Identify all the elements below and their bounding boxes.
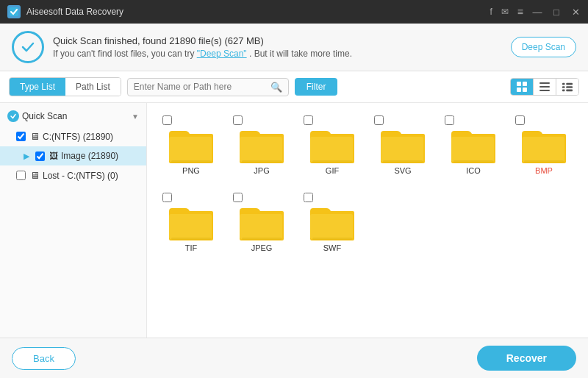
folder-icon-svg [381,126,425,163]
sidebar-lost[interactable]: 🖥 Lost - C:(NTFS) (0) [0,165,146,185]
file-checkbox-gif[interactable] [304,115,313,125]
svg-rect-30 [522,137,564,162]
view-grid-button[interactable] [511,79,533,95]
view-detail-button[interactable] [556,79,578,95]
svg-rect-24 [381,137,423,162]
file-checkbox-svg[interactable] [374,115,384,125]
search-icon[interactable]: 🔍 [270,82,282,93]
back-button[interactable]: Back [12,347,76,370]
file-item-png[interactable]: PNG [159,110,223,180]
svg-rect-13 [566,90,573,92]
svg-rect-28 [453,160,493,163]
toolbar: Type List Path List 🔍 Filter [0,71,588,103]
menu-icon[interactable]: ≡ [517,6,523,18]
file-label-jpg: JPG [254,166,269,175]
file-item-tif[interactable]: TIF [159,188,223,257]
expand-arrow-icon: ▶ [24,151,29,161]
status-sub-suffix: . But it will take more time. [249,49,352,59]
drive-label: C:(NTFS) (21890) [43,132,113,142]
facebook-icon[interactable]: f [490,7,492,17]
file-item-jpg[interactable]: JPG [229,110,294,180]
svg-rect-4 [523,88,527,92]
svg-rect-1 [517,82,521,86]
drive-checkbox[interactable] [16,132,26,141]
list-view-icon [539,82,550,92]
view-toggle-group [510,78,579,96]
app-icon [7,5,21,18]
file-label-tif: TIF [185,243,198,252]
file-checkbox-tif[interactable] [162,193,172,202]
filter-button[interactable]: Filter [295,78,338,96]
svg-rect-12 [562,90,565,92]
svg-rect-7 [539,90,550,91]
file-checkbox-bmp[interactable] [515,115,525,125]
minimize-button[interactable]: — [532,7,542,17]
svg-rect-34 [171,238,211,240]
folder-icon-swf [310,204,354,240]
folder-icon-bmp [522,126,566,163]
status-bar: Quick Scan finished, found 21890 file(s)… [0,24,588,71]
grid-view-icon [517,82,527,92]
sidebar: Quick Scan ▼ 🖥 C:(NTFS) (21890) ▶ 🖼 Imag… [0,103,147,338]
image-checkbox[interactable] [35,151,45,161]
recover-button[interactable]: Recover [477,346,576,371]
file-label-gif: GIF [326,166,339,175]
file-item-svg[interactable]: SVG [370,110,435,180]
folder-icon-gif [310,126,354,163]
file-checkbox-jpeg[interactable] [233,193,243,202]
svg-rect-6 [539,86,550,88]
lost-checkbox[interactable] [16,171,26,180]
svg-rect-16 [171,160,211,163]
file-checkbox-swf[interactable] [304,193,313,202]
file-checkbox-png[interactable] [162,115,172,125]
file-item-gif[interactable]: GIF [300,110,365,180]
lost-icon: 🖥 [30,170,40,181]
file-item-ico[interactable]: ICO [441,110,506,180]
file-item-swf[interactable]: SWF [300,188,365,257]
tab-path-list[interactable]: Path List [65,78,121,96]
status-subtitle: If you can't find lost files, you can tr… [53,49,502,59]
svg-rect-2 [523,82,527,86]
file-item-bmp[interactable]: BMP [512,110,576,180]
deep-scan-link[interactable]: "Deep Scan" [197,49,247,59]
sidebar-image[interactable]: ▶ 🖼 Image (21890) [0,146,146,165]
svg-rect-40 [312,238,352,240]
svg-rect-27 [451,137,494,162]
file-label-png: PNG [182,166,200,175]
folder-icon-ico [451,126,495,163]
svg-rect-33 [169,214,212,239]
folder-icon-png [169,126,213,163]
window-controls: f ✉ ≡ — □ ✕ [490,6,581,18]
drive-icon: 🖥 [30,131,40,142]
status-title: Quick Scan finished, found 21890 file(s)… [53,35,502,46]
tab-group: Type List Path List [9,77,121,96]
svg-rect-8 [562,83,565,85]
file-checkbox-jpg[interactable] [233,115,243,125]
message-icon[interactable]: ✉ [501,7,509,17]
svg-rect-11 [566,86,573,88]
file-item-jpeg[interactable]: JPEG [229,188,294,257]
tab-type-list[interactable]: Type List [10,78,65,96]
file-label-bmp: BMP [535,166,553,175]
lost-label: Lost - C:(NTFS) (0) [43,171,118,181]
svg-rect-3 [517,88,521,92]
file-label-svg: SVG [394,166,411,175]
quick-scan-icon [7,110,19,122]
svg-rect-25 [383,160,423,163]
sidebar-quick-scan[interactable]: Quick Scan ▼ [0,106,146,126]
search-input[interactable] [134,82,270,92]
image-label: Image (21890) [61,151,118,161]
folder-icon-tif [169,204,213,240]
file-checkbox-ico[interactable] [445,115,454,125]
svg-rect-39 [310,214,353,239]
maximize-button[interactable]: □ [551,7,562,17]
search-box: 🔍 [127,78,289,96]
deep-scan-button[interactable]: Deep Scan [511,37,576,57]
view-list-button[interactable] [533,79,556,95]
close-button[interactable]: ✕ [570,7,581,17]
file-label-swf: SWF [323,243,341,252]
svg-rect-10 [562,86,565,88]
sidebar-drive[interactable]: 🖥 C:(NTFS) (21890) [0,126,146,146]
folder-icon-jpg [240,126,284,163]
grid-layout: PNG JPG GIF [159,110,576,257]
